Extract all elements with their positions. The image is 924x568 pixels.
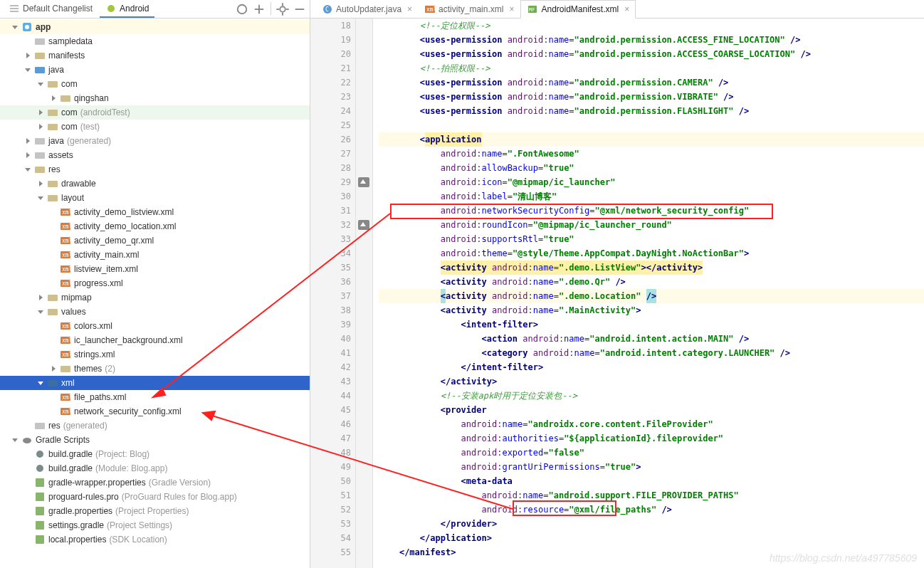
code-line[interactable]: <meta-data xyxy=(379,474,924,488)
tree-row[interactable]: xmlic_launcher_background.xml xyxy=(0,333,310,347)
svg-rect-52 xyxy=(48,295,58,301)
code-line[interactable]: android:icon="@mipmap/ic_launcher" xyxy=(379,175,924,189)
tree-row[interactable]: gradle-wrapper.properties (Gradle Versio… xyxy=(0,475,310,490)
tab-label: activity_main.xml xyxy=(439,4,503,14)
code-line[interactable]: android:theme="@style/Theme.AppCompat.Da… xyxy=(379,246,924,261)
code-area[interactable]: <!--定位权限--> <uses-permission android:nam… xyxy=(373,19,924,568)
code-line[interactable]: <uses-permission android:name="android.p… xyxy=(379,75,924,90)
tree-row[interactable]: java (generated) xyxy=(0,134,310,148)
minimize-icon[interactable] xyxy=(293,2,307,16)
code-line[interactable]: <uses-permission android:name="android.p… xyxy=(379,90,924,104)
image-gutter-icon[interactable] xyxy=(358,177,369,187)
editor-tab[interactable]: xmlactivity_main.xml× xyxy=(419,0,520,18)
code-line[interactable]: <category android:name="android.intent.c… xyxy=(379,346,924,360)
code-line[interactable]: </application> xyxy=(379,531,924,545)
image-gutter-icon[interactable] xyxy=(358,220,369,230)
tree-row[interactable]: qingshan xyxy=(0,91,310,105)
editor-tab[interactable]: CAutoUpdater.java× xyxy=(316,0,419,18)
tree-row[interactable]: res xyxy=(0,162,310,177)
project-tree[interactable]: appsampledatamanifestsjavacomqingshancom… xyxy=(0,19,310,547)
code-line[interactable]: <uses-permission android:name="android.p… xyxy=(379,104,924,118)
tree-row[interactable]: xmlactivity_demo_qr.xml xyxy=(0,233,310,248)
tree-row[interactable]: xmlprogress.xml xyxy=(0,276,310,290)
tree-row[interactable]: xmlnetwork_security_config.xml xyxy=(0,404,310,419)
tree-row[interactable]: xmlactivity_demo_listview.xml xyxy=(0,205,310,219)
code-line[interactable]: <activity android:name=".demo.Location" … xyxy=(379,289,924,303)
tree-row[interactable]: local.properties (SDK Location) xyxy=(0,532,310,547)
code-line[interactable]: android:networkSecurityConfig="@xml/netw… xyxy=(379,204,924,218)
tree-row[interactable]: java xyxy=(0,63,310,77)
svg-marker-70 xyxy=(12,438,18,442)
code-line[interactable]: <!--拍照权限--> xyxy=(379,61,924,75)
code-line[interactable]: </activity> xyxy=(379,374,924,389)
tree-row[interactable]: res (generated) xyxy=(0,419,310,433)
code-line[interactable]: android:resource="@xml/file_paths" /> xyxy=(379,503,924,517)
tree-row[interactable]: manifests xyxy=(0,48,310,63)
code-line[interactable] xyxy=(379,118,924,132)
code-line[interactable]: <uses-permission android:name="android.p… xyxy=(379,47,924,61)
code-line[interactable]: android:exported="false" xyxy=(379,446,924,460)
code-line[interactable]: android:label="清山博客" xyxy=(379,189,924,204)
tab-android[interactable]: Android xyxy=(100,1,154,18)
code-line[interactable]: <application xyxy=(379,132,924,147)
code-line[interactable]: android:supportsRtl="true" xyxy=(379,232,924,246)
code-line[interactable]: android:grantUriPermissions="true"> xyxy=(379,460,924,474)
tree-row[interactable]: xmllistview_item.xml xyxy=(0,262,310,276)
close-icon[interactable]: × xyxy=(621,4,629,14)
tree-label: themes xyxy=(74,364,102,374)
editor-tab[interactable]: MFAndroidManifest.xml× xyxy=(520,0,636,19)
properties-file-icon xyxy=(34,520,46,531)
code-line[interactable]: android:roundIcon="@mipmap/ic_launcher_r… xyxy=(379,218,924,232)
code-line[interactable]: <uses-permission android:name="android.p… xyxy=(379,33,924,47)
code-line[interactable]: <provider xyxy=(379,403,924,417)
gear-icon[interactable] xyxy=(275,2,290,16)
tree-row[interactable]: xmlactivity_main.xml xyxy=(0,248,310,262)
code-line[interactable]: <activity android:name=".demo.ListView">… xyxy=(379,261,924,275)
tree-row[interactable]: build.gradle (Module: Blog.app) xyxy=(0,461,310,475)
code-line[interactable]: </provider> xyxy=(379,517,924,531)
tree-row[interactable]: com xyxy=(0,77,310,91)
tree-row[interactable]: drawable xyxy=(0,177,310,191)
code-line[interactable]: android:name="android.support.FILE_PROVI… xyxy=(379,488,924,503)
tree-row[interactable]: build.gradle (Project: Blog) xyxy=(0,447,310,461)
code-line[interactable]: </intent-filter> xyxy=(379,360,924,374)
tree-row[interactable]: assets xyxy=(0,148,310,162)
tree-row[interactable]: sampledata xyxy=(0,34,310,48)
code-line[interactable]: android:allowBackup="true" xyxy=(379,161,924,175)
tree-suffix: (Gradle Version) xyxy=(149,478,211,488)
tree-row[interactable]: xmlcolors.xml xyxy=(0,319,310,333)
code-line[interactable]: <activity android:name=".demo.Qr" /> xyxy=(379,275,924,289)
tree-row[interactable]: app xyxy=(0,20,310,34)
tree-row[interactable]: settings.gradle (Project Settings) xyxy=(0,518,310,532)
tab-default-changelist[interactable]: Default Changelist xyxy=(3,1,98,18)
code-line[interactable]: <action android:name="android.intent.act… xyxy=(379,332,924,346)
tree-row[interactable]: themes (2) xyxy=(0,362,310,376)
spacer xyxy=(50,209,57,216)
xml-file-icon: xml xyxy=(60,249,71,261)
code-line[interactable]: android:name="androidx.core.content.File… xyxy=(379,417,924,431)
code-line[interactable]: android:authorities="${applicationId}.fi… xyxy=(379,431,924,446)
tree-row[interactable]: xmlactivity_demo_location.xml xyxy=(0,219,310,233)
tree-row[interactable]: xmlfile_paths.xml xyxy=(0,390,310,404)
tree-row[interactable]: com (androidTest) xyxy=(0,105,310,120)
tree-row[interactable]: values xyxy=(0,305,310,319)
tree-row[interactable]: xml xyxy=(0,376,310,390)
tree-row[interactable]: xmlstrings.xml xyxy=(0,347,310,362)
code-line[interactable]: <!--安装apk时用于定位安装包--> xyxy=(379,389,924,403)
line-number: 24 xyxy=(310,104,351,118)
code-line[interactable]: android:name=".FontAwesome" xyxy=(379,147,924,161)
code-line[interactable]: <intent-filter> xyxy=(379,317,924,332)
tree-row[interactable]: Gradle Scripts xyxy=(0,433,310,447)
tree-row[interactable]: mipmap xyxy=(0,290,310,305)
code-line[interactable]: <!--定位权限--> xyxy=(379,19,924,33)
add-icon[interactable] xyxy=(252,2,266,16)
tree-row[interactable]: proguard-rules.pro (ProGuard Rules for B… xyxy=(0,490,310,504)
sync-icon[interactable] xyxy=(235,2,249,16)
close-icon[interactable]: × xyxy=(404,4,412,14)
code-line[interactable]: <activity android:name=".MainActivity"> xyxy=(379,303,924,317)
tree-row[interactable]: gradle.properties (Project Properties) xyxy=(0,504,310,518)
tree-row[interactable]: layout xyxy=(0,191,310,205)
tree-row[interactable]: com (test) xyxy=(0,120,310,134)
close-icon[interactable]: × xyxy=(506,4,514,14)
xml-file-icon: xml xyxy=(60,263,71,275)
